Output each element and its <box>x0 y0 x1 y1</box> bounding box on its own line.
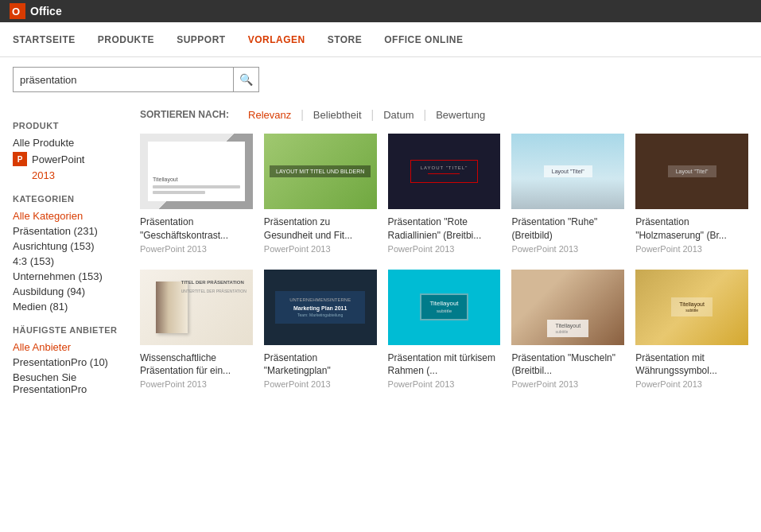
template-card-6[interactable]: TITEL DER PRÄSENTATION UNTERTITEL DER PR… <box>140 270 253 390</box>
template-thumb-4: Layout "Titel" <box>511 134 624 209</box>
sidebar-anbieter-title: HÄUFIGSTE ANBIETER <box>13 325 127 335</box>
sort-datum[interactable]: Datum <box>374 109 423 121</box>
office-title: Office <box>30 5 62 17</box>
template-title-1: Präsentation "Geschäftskontrast... <box>140 216 253 243</box>
template-title-8: Präsentation mit türkisem Rahmen (... <box>388 351 501 379</box>
template-card-1[interactable]: Titellayout Präsentation "Geschäftskontr… <box>140 134 253 254</box>
template-card-10[interactable]: Titellayoutsubtitle Präsentation mit Wäh… <box>635 270 748 390</box>
sidebar-pp-year[interactable]: 2013 <box>13 169 127 181</box>
template-thumb-2: LAYOUT MIT TITEL UND BILDERN <box>264 134 377 209</box>
nav-bar: STARTSEITE PRODUKTE SUPPORT VORLAGEN STO… <box>0 22 761 57</box>
sidebar-unternehmen[interactable]: Unternehmen (153) <box>13 270 127 282</box>
template-card-9[interactable]: Titellayoutsubtitle Präsentation "Musche… <box>511 270 624 390</box>
sidebar-praesentation[interactable]: Präsentation (231) <box>13 225 127 237</box>
template-thumb-5: Layout "Titel" <box>635 134 748 209</box>
template-card-8[interactable]: Titellayoutsubtitle Präsentation mit tür… <box>388 270 501 390</box>
nav-produkte[interactable]: PRODUKTE <box>98 34 154 45</box>
templates-grid: Titellayout Präsentation "Geschäftskontr… <box>140 134 748 389</box>
sidebar-alle-anbieter[interactable]: Alle Anbieter <box>13 341 127 353</box>
template-title-10: Präsentation mit Währungssymbol... <box>635 351 748 379</box>
sidebar-besuchen[interactable]: Besuchen Sie PresentationPro <box>13 371 127 395</box>
nav-office-online[interactable]: OFFICE ONLINE <box>384 34 463 45</box>
template-sub-3: PowerPoint 2013 <box>388 244 501 254</box>
template-sub-7: PowerPoint 2013 <box>264 379 377 389</box>
template-thumb-6: TITEL DER PRÄSENTATION UNTERTITEL DER PR… <box>140 270 253 345</box>
sidebar-kategorien-title: KATEGORIEN <box>13 194 127 204</box>
office-logo[interactable]: O Office <box>10 3 62 19</box>
template-thumb-8: Titellayoutsubtitle <box>388 270 501 345</box>
template-sub-8: PowerPoint 2013 <box>388 379 501 389</box>
results-area: SORTIEREN NACH: Relevanz | Beliebtheit |… <box>140 102 748 398</box>
search-button[interactable]: 🔍 <box>233 68 258 91</box>
nav-store[interactable]: STORE <box>328 34 363 45</box>
search-input[interactable] <box>14 68 233 91</box>
sidebar-alle-produkte[interactable]: Alle Produkte <box>13 137 127 149</box>
nav-support[interactable]: SUPPORT <box>177 34 226 45</box>
template-title-9: Präsentation "Muscheln" (Breitbil... <box>511 351 624 379</box>
template-thumb-3: LAYOUT "TITEL" <box>388 134 501 209</box>
template-card-3[interactable]: LAYOUT "TITEL" Präsentation "Rote Radial… <box>388 134 501 254</box>
sidebar-pp-label: PowerPoint <box>32 153 84 165</box>
template-title-6: Wissenschaftliche Präsentation für ein..… <box>140 351 253 379</box>
search-bar: 🔍 <box>0 57 761 102</box>
template-thumb-7: Unternehmensinterne Marketing Plan 2011 … <box>264 270 377 345</box>
template-sub-5: PowerPoint 2013 <box>635 244 748 254</box>
sidebar: PRODUKT Alle Produkte P PowerPoint 2013 … <box>13 102 140 398</box>
template-sub-2: PowerPoint 2013 <box>264 244 377 254</box>
template-thumb-9: Titellayoutsubtitle <box>511 270 624 345</box>
sidebar-produkt-title: PRODUKT <box>13 121 127 130</box>
nav-vorlagen[interactable]: VORLAGEN <box>248 34 305 45</box>
powerpoint-icon: P <box>13 152 27 166</box>
template-sub-4: PowerPoint 2013 <box>511 244 624 254</box>
template-title-4: Präsentation "Ruhe" (Breitbild) <box>511 216 624 243</box>
sidebar-presentationpro[interactable]: PresentationPro (10) <box>13 356 127 368</box>
template-title-3: Präsentation "Rote Radiallinien" (Breitb… <box>388 216 501 243</box>
sidebar-43[interactable]: 4:3 (153) <box>13 255 127 267</box>
template-sub-10: PowerPoint 2013 <box>635 379 748 389</box>
office-logo-icon: O <box>10 3 25 19</box>
template-title-5: Präsentation "Holzmaserung" (Br... <box>635 216 748 243</box>
sidebar-alle-kategorien[interactable]: Alle Kategorien <box>13 210 127 222</box>
template-title-2: Präsentation zu Gesundheit und Fit... <box>264 216 377 243</box>
template-card-7[interactable]: Unternehmensinterne Marketing Plan 2011 … <box>264 270 377 390</box>
nav-startseite[interactable]: STARTSEITE <box>13 34 76 45</box>
main-content: PRODUKT Alle Produkte P PowerPoint 2013 … <box>0 102 761 398</box>
sort-bewertung[interactable]: Bewertung <box>426 109 495 121</box>
template-sub-1: PowerPoint 2013 <box>140 244 253 254</box>
sort-beliebtheit[interactable]: Beliebtheit <box>304 109 371 121</box>
sidebar-ausrichtung[interactable]: Ausrichtung (153) <box>13 240 127 252</box>
template-sub-6: PowerPoint 2013 <box>140 379 253 389</box>
sort-bar: SORTIEREN NACH: Relevanz | Beliebtheit |… <box>140 108 748 121</box>
sort-relevanz[interactable]: Relevanz <box>239 109 301 121</box>
search-container: 🔍 <box>13 67 259 92</box>
template-card-4[interactable]: Layout "Titel" Präsentation "Ruhe" (Brei… <box>511 134 624 254</box>
template-card-2[interactable]: LAYOUT MIT TITEL UND BILDERN Präsentatio… <box>264 134 377 254</box>
template-thumb-1: Titellayout <box>140 134 253 209</box>
template-card-5[interactable]: Layout "Titel" Präsentation "Holzmaserun… <box>635 134 748 254</box>
sidebar-medien[interactable]: Medien (81) <box>13 301 127 313</box>
template-thumb-10: Titellayoutsubtitle <box>635 270 748 345</box>
svg-text:O: O <box>12 6 20 17</box>
sidebar-powerpoint[interactable]: P PowerPoint <box>13 152 127 166</box>
template-sub-9: PowerPoint 2013 <box>511 379 624 389</box>
top-bar: O Office <box>0 0 761 22</box>
search-icon: 🔍 <box>239 73 253 86</box>
template-title-7: Präsentation "Marketingplan" <box>264 351 377 379</box>
sidebar-ausbildung[interactable]: Ausbildung (94) <box>13 285 127 297</box>
sort-label: SORTIEREN NACH: <box>140 109 229 120</box>
